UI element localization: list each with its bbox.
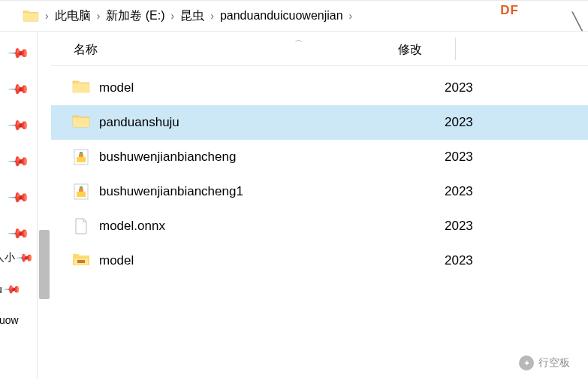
sidebar-item[interactable]: ju📌 [0,283,32,296]
folder-icon [72,79,90,97]
chevron-right-icon: › [170,10,176,22]
file-icon [72,217,90,235]
backslash-icon: ╲ [572,12,582,32]
file-name: bushuwenjianbiancheng1 [99,184,445,199]
file-row[interactable]: model2023 [51,71,588,105]
column-header-name[interactable]: 名称 [51,42,398,58]
file-name: model [99,253,445,268]
sidebar-item[interactable]: 人小📌 [0,251,32,265]
pin-icon: 📌 [2,280,22,299]
mind-icon [72,148,90,166]
file-row[interactable]: panduanshuju2023 [51,105,588,140]
crumb-drive[interactable]: 新加卷 (E:) [101,5,169,27]
file-date: 2023 [445,184,473,199]
file-row[interactable]: model2023 [51,243,588,278]
file-name: model [99,80,445,95]
svg-rect-7 [80,186,83,189]
file-name: model.onnx [99,219,445,234]
crumb-thispc[interactable]: 此电脑 [50,5,95,27]
svg-rect-6 [79,189,83,192]
crumb-folder2[interactable]: panduanduicuowenjian [216,6,348,26]
folder-icon [23,9,39,23]
pin-icon: 📌 [7,186,30,209]
chevron-right-icon: › [44,10,50,22]
svg-rect-1 [77,157,86,162]
pin-icon: 📌 [15,248,35,268]
df-badge: DF [500,3,519,18]
wechat-icon: ✦ [519,355,534,370]
folder-icon [72,113,90,132]
pin-icon: 📌 [7,41,30,65]
pin-icon: 📌 [7,113,30,137]
file-row[interactable]: model.onnx2023 [51,209,588,243]
svg-rect-2 [79,154,83,157]
pin-icon: 📌 [7,77,30,101]
sidebar-item[interactable]: cuow [0,314,32,326]
sort-indicator-icon: ︿ [295,35,303,45]
svg-rect-3 [80,152,83,154]
svg-rect-9 [77,260,85,263]
svg-rect-5 [77,192,86,197]
watermark: ✦ 行空板 [519,355,570,370]
quick-access-sidebar: 📌 📌 📌 📌 📌 📌 人小📌 ju📌 cuow [0,32,38,378]
file-row[interactable]: bushuwenjianbiancheng12023 [51,174,588,209]
column-headers: 名称 修改 [51,32,588,66]
file-row[interactable]: bushuwenjianbiancheng2023 [51,140,588,174]
file-date: 2023 [445,115,473,130]
file-date: 2023 [445,219,473,234]
file-date: 2023 [445,80,473,95]
file-date: 2023 [445,150,473,165]
sidebar-scrollbar[interactable] [38,32,51,378]
file-name: panduanshuju [99,115,445,130]
crumb-folder1[interactable]: 昆虫 [176,5,209,27]
file-date: 2023 [445,253,473,268]
chevron-right-icon: › [95,10,102,22]
scrollbar-thumb[interactable] [39,230,50,299]
chevron-right-icon: › [348,10,354,22]
file-name: bushuwenjianbiancheng [99,150,445,165]
pin-icon: 📌 [7,222,30,245]
package-icon [72,252,90,270]
mind-icon [72,183,90,201]
chevron-right-icon: › [209,10,216,22]
file-list-pane: ︿ 名称 修改 model2023panduanshuju2023bushuwe… [51,32,588,378]
pin-icon: 📌 [7,150,30,173]
